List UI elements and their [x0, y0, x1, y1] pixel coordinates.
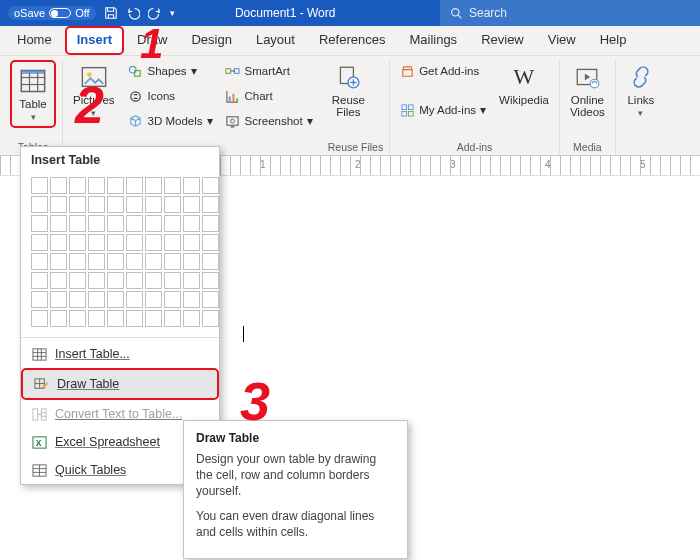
grid-cell[interactable] — [50, 310, 67, 327]
grid-cell[interactable] — [164, 196, 181, 213]
grid-cell[interactable] — [88, 196, 105, 213]
grid-cell[interactable] — [183, 253, 200, 270]
grid-cell[interactable] — [107, 196, 124, 213]
tab-mailings[interactable]: Mailings — [398, 27, 468, 54]
grid-cell[interactable] — [88, 215, 105, 232]
grid-cell[interactable] — [50, 291, 67, 308]
grid-cell[interactable] — [69, 310, 86, 327]
my-addins-button[interactable]: My Add-ins ▾ — [396, 99, 489, 121]
grid-cell[interactable] — [183, 215, 200, 232]
grid-cell[interactable] — [88, 253, 105, 270]
grid-cell[interactable] — [31, 215, 48, 232]
grid-cell[interactable] — [145, 215, 162, 232]
grid-cell[interactable] — [88, 234, 105, 251]
tab-view[interactable]: View — [537, 27, 587, 54]
table-size-grid[interactable] — [21, 173, 219, 335]
grid-cell[interactable] — [202, 234, 219, 251]
grid-cell[interactable] — [69, 291, 86, 308]
grid-cell[interactable] — [145, 272, 162, 289]
get-addins-button[interactable]: Get Add-ins — [396, 60, 489, 82]
grid-cell[interactable] — [50, 177, 67, 194]
grid-cell[interactable] — [145, 291, 162, 308]
table-button[interactable]: Table ▾ — [10, 60, 56, 128]
grid-cell[interactable] — [183, 272, 200, 289]
grid-cell[interactable] — [31, 177, 48, 194]
menu-insert-table[interactable]: Insert Table... — [21, 340, 219, 368]
grid-cell[interactable] — [31, 291, 48, 308]
3d-models-button[interactable]: 3D Models ▾ — [125, 110, 216, 132]
grid-cell[interactable] — [88, 272, 105, 289]
grid-cell[interactable] — [183, 177, 200, 194]
grid-cell[interactable] — [202, 177, 219, 194]
grid-cell[interactable] — [69, 234, 86, 251]
tab-home[interactable]: Home — [6, 27, 63, 54]
tab-insert[interactable]: Insert — [65, 26, 124, 55]
grid-cell[interactable] — [202, 291, 219, 308]
tab-design[interactable]: Design — [180, 27, 242, 54]
grid-cell[interactable] — [88, 291, 105, 308]
online-videos-button[interactable]: Online Videos — [566, 60, 609, 120]
grid-cell[interactable] — [107, 177, 124, 194]
grid-cell[interactable] — [107, 272, 124, 289]
grid-cell[interactable] — [50, 234, 67, 251]
search-input[interactable] — [469, 6, 690, 20]
grid-cell[interactable] — [107, 234, 124, 251]
grid-cell[interactable] — [31, 253, 48, 270]
grid-cell[interactable] — [164, 291, 181, 308]
grid-cell[interactable] — [107, 253, 124, 270]
grid-cell[interactable] — [69, 196, 86, 213]
grid-cell[interactable] — [145, 253, 162, 270]
menu-draw-table[interactable]: Draw Table — [21, 368, 219, 400]
grid-cell[interactable] — [126, 272, 143, 289]
grid-cell[interactable] — [164, 234, 181, 251]
links-button[interactable]: Links ▾ — [622, 60, 660, 120]
grid-cell[interactable] — [183, 310, 200, 327]
tab-references[interactable]: References — [308, 27, 396, 54]
grid-cell[interactable] — [202, 196, 219, 213]
grid-cell[interactable] — [31, 310, 48, 327]
tab-layout[interactable]: Layout — [245, 27, 306, 54]
grid-cell[interactable] — [107, 310, 124, 327]
grid-cell[interactable] — [50, 215, 67, 232]
grid-cell[interactable] — [202, 272, 219, 289]
search-box[interactable] — [440, 0, 700, 26]
grid-cell[interactable] — [202, 310, 219, 327]
shapes-button[interactable]: Shapes ▾ — [125, 60, 216, 82]
grid-cell[interactable] — [69, 177, 86, 194]
redo-icon[interactable] — [148, 6, 162, 20]
grid-cell[interactable] — [164, 310, 181, 327]
grid-cell[interactable] — [145, 196, 162, 213]
tab-review[interactable]: Review — [470, 27, 535, 54]
reuse-files-button[interactable]: Reuse Files — [328, 60, 369, 120]
grid-cell[interactable] — [31, 272, 48, 289]
grid-cell[interactable] — [164, 272, 181, 289]
grid-cell[interactable] — [107, 215, 124, 232]
grid-cell[interactable] — [69, 215, 86, 232]
autosave-toggle[interactable]: oSave Off — [8, 6, 96, 20]
qat-customize-icon[interactable]: ▾ — [170, 8, 175, 18]
grid-cell[interactable] — [31, 196, 48, 213]
grid-cell[interactable] — [31, 234, 48, 251]
grid-cell[interactable] — [88, 177, 105, 194]
grid-cell[interactable] — [50, 196, 67, 213]
grid-cell[interactable] — [164, 177, 181, 194]
grid-cell[interactable] — [202, 215, 219, 232]
grid-cell[interactable] — [183, 291, 200, 308]
grid-cell[interactable] — [50, 272, 67, 289]
grid-cell[interactable] — [183, 234, 200, 251]
grid-cell[interactable] — [126, 196, 143, 213]
grid-cell[interactable] — [145, 234, 162, 251]
grid-cell[interactable] — [164, 215, 181, 232]
chart-button[interactable]: Chart — [222, 85, 316, 107]
grid-cell[interactable] — [126, 215, 143, 232]
grid-cell[interactable] — [145, 310, 162, 327]
grid-cell[interactable] — [126, 177, 143, 194]
wikipedia-button[interactable]: W Wikipedia — [495, 60, 553, 108]
grid-cell[interactable] — [88, 310, 105, 327]
grid-cell[interactable] — [126, 291, 143, 308]
undo-icon[interactable] — [126, 6, 140, 20]
tab-help[interactable]: Help — [589, 27, 638, 54]
grid-cell[interactable] — [126, 234, 143, 251]
grid-cell[interactable] — [164, 253, 181, 270]
save-icon[interactable] — [104, 6, 118, 20]
